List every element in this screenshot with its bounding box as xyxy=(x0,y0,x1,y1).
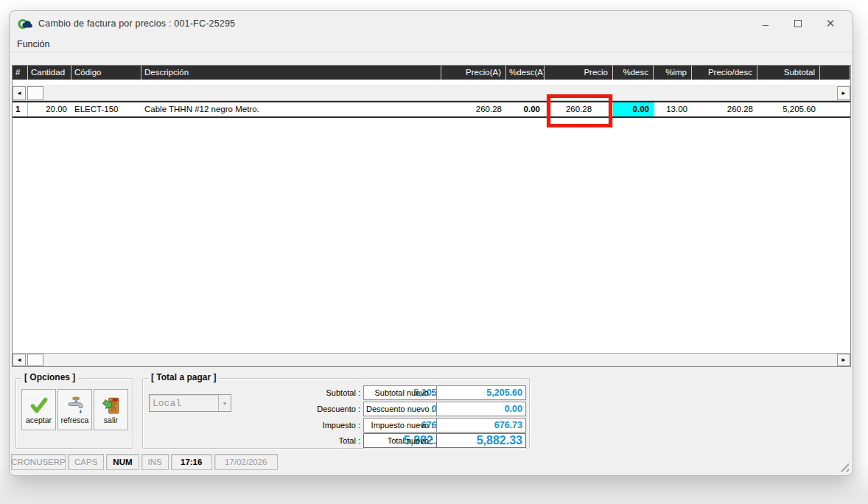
scrollbar-thumb[interactable] xyxy=(27,354,43,366)
col-header-imp[interactable]: %imp xyxy=(654,66,692,80)
faucet-icon xyxy=(66,396,85,415)
opciones-groupbox: [ Opciones ] aceptar refresca xyxy=(15,378,133,449)
app-window: Cambio de factura por precios : 001-FC-2… xyxy=(9,10,853,476)
scroll-right-arrow-icon[interactable]: ► xyxy=(837,86,850,100)
scroll-right-arrow-icon[interactable]: ► xyxy=(837,354,850,366)
grid-bottom-scrollbar[interactable]: ◄ ► xyxy=(13,353,850,366)
exit-door-icon xyxy=(102,396,121,415)
cell-precio[interactable]: 260.28 xyxy=(545,102,613,116)
col-header-precio-a[interactable]: Precio(A) xyxy=(441,66,506,80)
resize-grip[interactable] xyxy=(838,461,849,472)
status-bar: CRONUSERP CAPS NUM INS 17:16 17/02/2026 xyxy=(11,454,278,470)
minimize-button[interactable]: – xyxy=(749,11,782,36)
opciones-title: [ Opciones ] xyxy=(21,372,78,382)
window-title: Cambio de factura por precios : 001-FC-2… xyxy=(38,18,235,29)
grid-top-scrollbar[interactable]: ◄ ► xyxy=(13,85,850,101)
currency-select[interactable]: Local ▼ xyxy=(149,394,231,412)
check-icon xyxy=(29,396,49,415)
close-button[interactable]: ✕ xyxy=(814,11,847,36)
cell-precio-desc[interactable]: 260.28 xyxy=(692,102,757,116)
total-a-pagar-title: [ Total a pagar ] xyxy=(148,372,219,382)
refresca-button[interactable]: refresca xyxy=(57,389,92,430)
status-caps: CAPS xyxy=(68,454,104,470)
total-a-pagar-groupbox: [ Total a pagar ] Local ▼ Subtotal : 5,2… xyxy=(142,378,530,449)
scrollbar-thumb[interactable] xyxy=(27,86,43,100)
button-label: refresca xyxy=(61,416,89,424)
impuesto-nuevo-field: 676.73 xyxy=(436,418,526,433)
currency-value: Local xyxy=(150,398,218,409)
grid-header-row: # Cantidad Código Descripción Precio(A) … xyxy=(13,66,850,80)
total-label: Total : xyxy=(237,436,363,445)
scroll-left-arrow-icon[interactable]: ◄ xyxy=(13,86,26,100)
cell-codigo[interactable]: ELECT-150 xyxy=(71,102,141,116)
subtotal-nuevo-label: Subtotal nuevo : xyxy=(366,388,436,397)
button-label: aceptar xyxy=(26,416,52,424)
status-date: 17/02/2026 xyxy=(214,454,278,470)
status-user: CRONUSERP xyxy=(11,454,66,470)
grid-empty-area xyxy=(13,118,850,353)
salir-button[interactable]: salir xyxy=(94,389,128,430)
menu-bar: Función xyxy=(10,36,853,52)
chevron-down-icon: ▼ xyxy=(218,395,231,411)
cell-descripcion[interactable]: Cable THHN #12 negro Metro. xyxy=(141,102,441,116)
total-nuevo-label: Total nuevo : xyxy=(366,436,436,445)
descuento-label: Descuento : xyxy=(237,405,363,413)
impuesto-nuevo-label: Impuesto nuevo : xyxy=(366,421,436,430)
cell-imp[interactable]: 13.00 xyxy=(654,102,692,116)
title-bar[interactable]: Cambio de factura por precios : 001-FC-2… xyxy=(10,11,853,36)
status-num: NUM xyxy=(106,454,139,470)
maximize-icon xyxy=(794,20,802,27)
col-header-desc-a[interactable]: %desc(A) xyxy=(506,66,545,80)
col-header-empty xyxy=(820,66,850,80)
app-cloud-icon xyxy=(18,18,32,29)
col-header-subtotal[interactable]: Subtotal xyxy=(757,66,820,80)
cell-desc-a[interactable]: 0.00 xyxy=(506,102,545,116)
scroll-left-arrow-icon[interactable]: ◄ xyxy=(13,354,26,366)
aceptar-button[interactable]: aceptar xyxy=(21,389,56,430)
grid-header-spacer xyxy=(13,80,850,85)
col-header-precio-desc[interactable]: Precio/desc xyxy=(692,66,757,80)
col-header-precio[interactable]: Precio xyxy=(545,66,613,80)
status-time: 17:16 xyxy=(171,454,212,470)
col-header-codigo[interactable]: Código xyxy=(71,66,141,80)
cell-num[interactable]: 1 xyxy=(13,102,28,116)
total-nuevo-field: 5,882.33 xyxy=(436,433,526,448)
cell-subtotal[interactable]: 5,205.60 xyxy=(757,102,820,116)
status-ins: INS xyxy=(141,454,169,470)
table-row[interactable]: 1 20.00 ELECT-150 Cable THHN #12 negro M… xyxy=(13,102,850,118)
subtotal-label: Subtotal : xyxy=(237,388,363,397)
grid-rows: 1 20.00 ELECT-150 Cable THHN #12 negro M… xyxy=(13,101,850,118)
cell-desc[interactable]: 0.00 xyxy=(613,102,654,116)
col-header-desc[interactable]: %desc xyxy=(613,66,654,80)
descuento-nuevo-field: 0.00 xyxy=(436,402,526,416)
cell-cantidad[interactable]: 20.00 xyxy=(28,102,71,116)
col-header-cantidad[interactable]: Cantidad xyxy=(28,66,71,80)
col-header-descripcion[interactable]: Descripción xyxy=(141,66,441,80)
maximize-button[interactable] xyxy=(782,11,814,36)
button-label: salir xyxy=(104,416,118,424)
col-header-num[interactable]: # xyxy=(13,66,28,80)
impuesto-label: Impuesto : xyxy=(237,421,363,430)
invoice-lines-grid: # Cantidad Código Descripción Precio(A) … xyxy=(12,65,851,367)
menu-funcion[interactable]: Función xyxy=(10,38,57,51)
descuento-nuevo-label: Descuento nuevo : xyxy=(366,405,436,413)
cell-empty xyxy=(820,102,850,116)
subtotal-nuevo-field: 5,205.60 xyxy=(436,385,526,400)
cell-precio-a[interactable]: 260.28 xyxy=(441,102,506,116)
